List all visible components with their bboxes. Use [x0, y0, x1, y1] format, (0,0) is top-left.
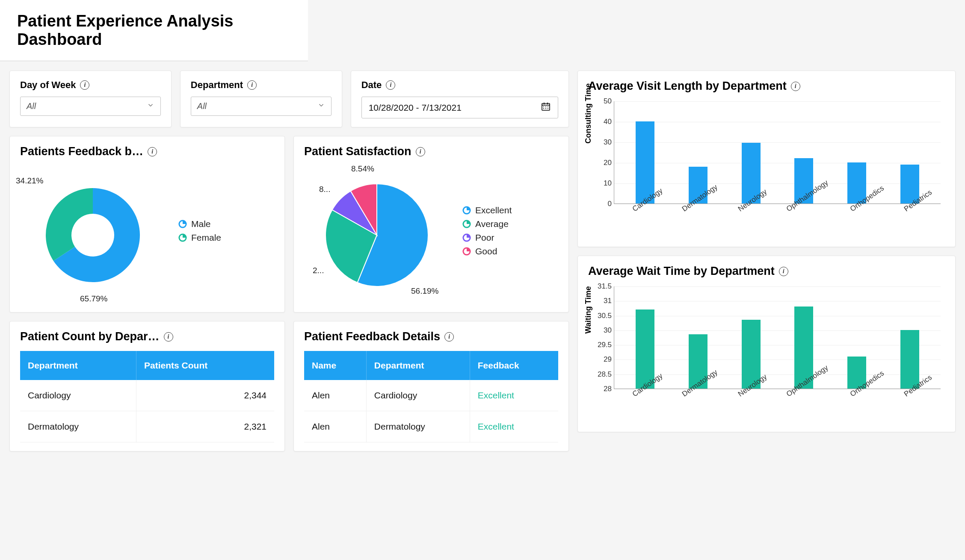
legend-item[interactable]: Good — [462, 246, 512, 256]
legend-item[interactable]: Excellent — [462, 205, 512, 215]
y-axis-label: Consulting Time — [584, 83, 593, 144]
table-row[interactable]: Cardiology2,344 — [20, 380, 274, 411]
legend-item[interactable]: Female — [178, 233, 221, 243]
pie-slice-icon — [462, 206, 471, 215]
cell-dept: Dermatology — [366, 411, 470, 442]
info-icon[interactable]: i — [444, 332, 454, 342]
info-icon[interactable]: i — [80, 80, 89, 90]
filter-label: Day of Week i — [20, 80, 161, 91]
cell-name: Alen — [304, 411, 366, 442]
card-wait-time: Average Wait Time by Department i Waitin… — [577, 256, 956, 432]
x-axis-labels: CardiologyDermatologyNeurologyOphthalmol… — [614, 389, 941, 400]
select-value: All — [27, 101, 36, 111]
legend-label: Female — [191, 233, 221, 243]
card-feedback-details: Patient Feedback Details i Name Departme… — [293, 321, 569, 451]
pct-label: 34.21% — [16, 176, 43, 186]
pct-label: 2... — [313, 266, 324, 275]
cell-dept: Cardiology — [366, 380, 470, 411]
card-count-by-dept: Patient Count by Depar… i Department Pat… — [9, 321, 285, 451]
legend-label: Poor — [475, 233, 494, 243]
plot-area: 2828.52929.53030.53131.5 — [614, 286, 941, 389]
chevron-down-icon — [147, 101, 154, 111]
th-name[interactable]: Name — [304, 351, 366, 380]
cell-count: 2,344 — [136, 380, 274, 411]
day-of-week-select[interactable]: All — [20, 97, 161, 116]
department-select[interactable]: All — [191, 97, 332, 116]
card-title: Average Visit Length by Department i — [588, 80, 945, 93]
card-title: Patient Count by Depar… i — [20, 330, 274, 343]
chevron-down-icon — [317, 101, 325, 111]
card-title-text: Average Wait Time by Department — [588, 265, 775, 278]
info-icon[interactable]: i — [416, 147, 425, 156]
pie-slice-icon — [462, 220, 471, 228]
info-icon[interactable]: i — [779, 267, 788, 276]
y-tick: 40 — [593, 118, 612, 126]
pct-label: 8... — [319, 185, 330, 194]
filter-department: Department i All — [180, 71, 342, 127]
y-tick: 50 — [593, 97, 612, 106]
donut-chart-gender: 34.21%65.79% — [20, 158, 166, 304]
info-icon[interactable]: i — [148, 147, 157, 156]
filters-row: Day of Week i All Department i All — [9, 71, 569, 127]
bar-chart-visit-length: Consulting Time 01020304050 CardiologyDe… — [588, 97, 945, 238]
pie-slice-icon — [178, 220, 187, 228]
card-visit-length: Average Visit Length by Department i Con… — [577, 71, 956, 247]
th-patients-count[interactable]: Patients Count — [136, 351, 274, 380]
th-feedback[interactable]: Feedback — [470, 351, 558, 380]
bar[interactable] — [900, 330, 919, 389]
legend-item[interactable]: Male — [178, 219, 221, 229]
card-feedback-gender: Patients Feedback b… i 34.21%65.79% Male… — [9, 136, 285, 312]
calendar-icon — [541, 101, 551, 114]
bar[interactable] — [636, 121, 654, 203]
date-value: 10/28/2020 - 7/13/2021 — [369, 103, 462, 113]
pie-slice-icon — [178, 233, 187, 242]
cell-name: Alen — [304, 380, 366, 411]
right-column: Average Visit Length by Department i Con… — [577, 71, 956, 451]
info-icon[interactable]: i — [164, 332, 173, 342]
filter-label-text: Department — [191, 80, 243, 91]
pie-chart-satisfaction: 8.54%8...2...56.19% — [304, 158, 450, 304]
table-row[interactable]: AlenDermatologyExcellent — [304, 411, 558, 442]
y-tick: 30 — [593, 138, 612, 147]
filter-label: Date i — [361, 80, 558, 91]
x-axis-labels: CardiologyDermatologyNeurologyOphthalmol… — [614, 204, 941, 215]
y-tick: 31.5 — [593, 282, 612, 291]
y-tick: 29 — [593, 355, 612, 364]
card-title-text: Patient Feedback Details — [304, 330, 440, 343]
cell-count: 2,321 — [136, 411, 274, 442]
table-row[interactable]: AlenCardiologyExcellent — [304, 380, 558, 411]
pie-slice-icon — [462, 233, 471, 242]
card-satisfaction: Patient Satisfaction i 8.54%8...2...56.1… — [293, 136, 569, 312]
filter-label-text: Day of Week — [20, 80, 76, 91]
legend-item[interactable]: Poor — [462, 233, 512, 243]
cell-dept: Cardiology — [20, 380, 136, 411]
cell-feedback: Excellent — [470, 411, 558, 442]
legend-label: Male — [191, 219, 211, 229]
page-title: Patient Experience Analysis Dashboard — [17, 12, 291, 49]
y-axis-label: Waiting Time — [584, 286, 593, 334]
pct-label: 56.19% — [411, 286, 438, 296]
info-icon[interactable]: i — [386, 80, 395, 90]
y-tick: 30 — [593, 326, 612, 335]
y-tick: 31 — [593, 297, 612, 305]
y-tick: 28 — [593, 385, 612, 393]
table-row[interactable]: Dermatology2,321 — [20, 411, 274, 442]
legend-gender: MaleFemale — [178, 215, 221, 246]
th-department[interactable]: Department — [366, 351, 470, 380]
y-tick: 10 — [593, 179, 612, 188]
legend-item[interactable]: Average — [462, 219, 512, 229]
y-tick: 30.5 — [593, 312, 612, 320]
card-title: Patient Satisfaction i — [304, 145, 558, 158]
th-department[interactable]: Department — [20, 351, 136, 380]
card-title: Patient Feedback Details i — [304, 330, 558, 343]
filter-date: Date i 10/28/2020 - 7/13/2021 — [351, 71, 569, 127]
info-icon[interactable]: i — [247, 80, 257, 90]
y-tick: 29.5 — [593, 341, 612, 349]
cell-dept: Dermatology — [20, 411, 136, 442]
info-icon[interactable]: i — [791, 82, 800, 91]
date-range-picker[interactable]: 10/28/2020 - 7/13/2021 — [361, 97, 558, 118]
legend-label: Good — [475, 246, 497, 256]
table-feedback-details: Name Department Feedback AlenCardiologyE… — [304, 351, 558, 442]
y-tick: 0 — [593, 200, 612, 208]
card-title: Patients Feedback b… i — [20, 145, 274, 158]
